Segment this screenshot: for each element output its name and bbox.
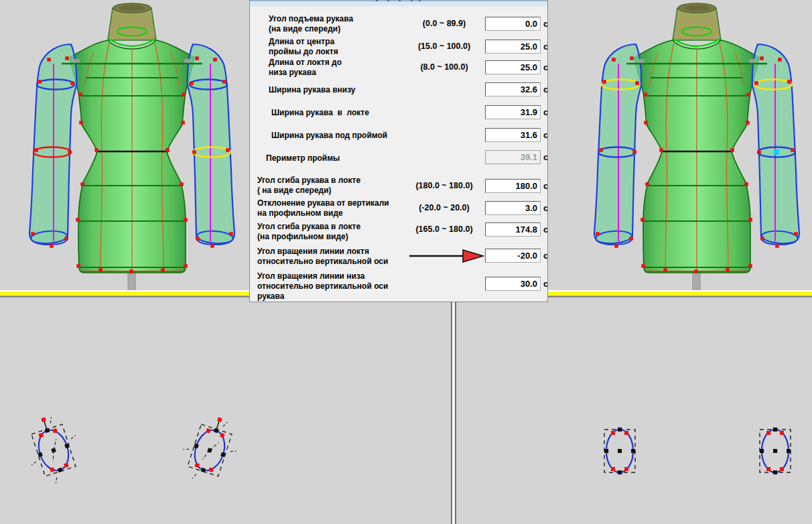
param-label: Угол вращения линии низа относительно ве… — [257, 271, 388, 302]
param-value-input[interactable]: 25.0 — [485, 60, 541, 74]
param-label: Ширина рукава в локте — [271, 108, 369, 118]
unit-label: с — [543, 42, 548, 52]
param-label: Угол подъема рукава (на виде спереди) — [269, 14, 353, 34]
param-label: Отклонение рукава от вертикали на профил… — [257, 198, 389, 218]
param-value-input[interactable]: 31.6 — [485, 128, 541, 142]
elbow-section-rotated-left[interactable] — [19, 412, 88, 489]
param-range: (15.0 ~ 100.0) — [401, 42, 487, 51]
unit-label: с — [543, 62, 548, 72]
elbow-section-upright-right[interactable] — [760, 430, 791, 472]
mannequin-right — [565, 0, 812, 299]
param-label: Периметр проймы — [266, 153, 340, 163]
param-label: Длина от центра проймы до локтя — [269, 37, 338, 57]
param-value-readonly: 39.1 — [485, 150, 541, 164]
param-range: (165.0 ~ 180.0) — [401, 224, 487, 234]
param-value-input[interactable]: 174.8 — [485, 222, 541, 237]
dialog-title-strip — [250, 0, 547, 6]
param-label: Ширина рукава внизу — [269, 85, 356, 95]
cross-sections-layer — [0, 298, 812, 524]
unit-label: с — [543, 251, 548, 261]
param-label: Угол вращения линии локтя относительно в… — [257, 247, 388, 267]
param-label: Длина от локтя до низа рукава — [269, 58, 342, 78]
param-value-input[interactable]: 25.0 — [485, 40, 541, 54]
param-range: (-20.0 ~ 20.0) — [401, 203, 487, 212]
unit-label: с — [543, 107, 548, 117]
unit-label: с — [543, 203, 548, 213]
param-value-input[interactable]: 180.0 — [485, 179, 541, 193]
param-label: Угол сгиба рукава в локте (на профильном… — [257, 222, 360, 242]
param-value-input[interactable]: 30.0 — [485, 277, 541, 291]
pointer-arrow-annotation — [408, 249, 484, 263]
unit-label: с — [543, 152, 548, 162]
param-value-input[interactable]: 31.9 — [485, 105, 541, 119]
unit-label: с — [543, 224, 548, 235]
elbow-section-upright-left[interactable] — [604, 430, 635, 472]
param-value-input[interactable]: 0.0 — [485, 17, 541, 31]
param-value-input[interactable]: -20.0 — [485, 249, 541, 263]
param-label: Угол сгиба рукава в локте ( на виде спер… — [257, 176, 360, 196]
param-range: (0.0 ~ 89.9) — [401, 19, 487, 28]
mannequin-left — [0, 0, 249, 299]
elbow-section-rotated-right[interactable] — [176, 412, 244, 489]
param-range: (180.0 ~ 180.0) — [401, 181, 487, 190]
unit-label: с — [543, 84, 548, 94]
param-value-input[interactable]: 32.6 — [485, 82, 541, 96]
param-label: Ширина рукава под проймой — [271, 131, 387, 141]
unit-label: с — [543, 181, 548, 191]
unit-label: с — [543, 279, 548, 289]
param-value-input[interactable]: 3.0 — [485, 201, 541, 215]
sleeve-parameters-dialog: Угол подъема рукава (на виде спереди)(0.… — [249, 0, 548, 302]
unit-label: с — [543, 130, 548, 140]
param-range: (8.0 ~ 100.0) — [401, 62, 487, 72]
unit-label: с — [543, 19, 548, 29]
